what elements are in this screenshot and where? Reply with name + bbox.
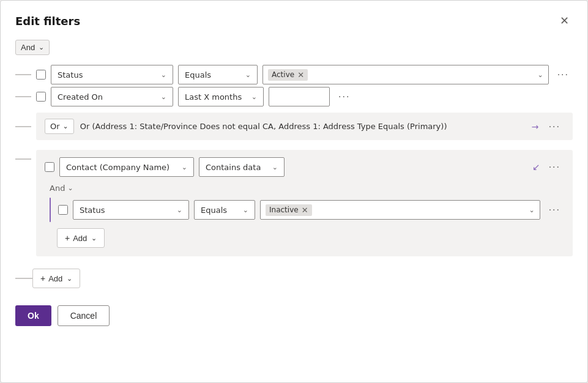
row1-more-button[interactable]: ··· bbox=[554, 67, 573, 82]
nested-and-selector[interactable]: And ⌄ bbox=[50, 184, 73, 193]
nested-operator-chevron: ⌄ bbox=[272, 163, 278, 171]
row2-value-input[interactable]: 6 bbox=[269, 87, 330, 106]
ok-button[interactable]: Ok bbox=[15, 305, 51, 326]
row2-operator-label: Last X months bbox=[185, 92, 242, 102]
nested-operator-label: Contains data bbox=[206, 163, 261, 172]
inner-field-label: Status bbox=[80, 206, 105, 215]
inner-filter-area: Status ⌄ Equals ⌄ Inactive ✕ bbox=[50, 198, 564, 222]
bottom-add-label: Add bbox=[48, 274, 62, 283]
inner-add-button[interactable]: + Add ⌄ bbox=[57, 228, 105, 248]
nested-checkbox[interactable] bbox=[45, 162, 54, 172]
nested-group: Contact (Company Name) ⌄ Contains data ⌄… bbox=[36, 150, 573, 256]
nested-group-header: Contact (Company Name) ⌄ Contains data ⌄… bbox=[45, 157, 564, 177]
filter-row-created-on: Created On ⌄ Last X months ⌄ 6 ··· bbox=[15, 87, 573, 106]
nested-field-chevron: ⌄ bbox=[182, 163, 187, 171]
row1-field-label: Status bbox=[58, 70, 83, 80]
inner-checkbox[interactable] bbox=[58, 205, 68, 215]
row1-checkbox[interactable] bbox=[36, 70, 46, 80]
row1-value-chevron: ⌄ bbox=[537, 71, 543, 79]
top-and-chevron: ⌄ bbox=[39, 43, 44, 51]
inner-operator-label: Equals bbox=[201, 206, 227, 215]
inner-operator-select[interactable]: Equals ⌄ bbox=[194, 200, 255, 220]
connector-line-2 bbox=[15, 96, 31, 97]
bottom-add-button[interactable]: + Add ⌄ bbox=[32, 269, 80, 288]
bottom-add-plus: + bbox=[40, 273, 45, 283]
purple-vert-bar bbox=[50, 198, 51, 222]
top-and-selector[interactable]: And ⌄ bbox=[15, 40, 50, 55]
nested-group-row: Contact (Company Name) ⌄ Contains data ⌄… bbox=[15, 146, 573, 260]
inner-add-label: Add bbox=[73, 234, 87, 243]
bottom-connector-line bbox=[15, 278, 32, 279]
row1-operator-select[interactable]: Equals ⌄ bbox=[178, 65, 258, 84]
filter-rows-container: Status ⌄ Equals ⌄ Active ✕ ⌄ ··· Created… bbox=[15, 65, 573, 260]
row1-value-select[interactable]: Active ✕ ⌄ bbox=[262, 65, 549, 84]
expand-icon[interactable]: ↗ bbox=[529, 121, 541, 133]
inner-value-remove[interactable]: ✕ bbox=[302, 206, 308, 215]
top-and-label: And bbox=[21, 43, 35, 52]
bottom-add-row: + Add ⌄ bbox=[15, 269, 573, 288]
inner-add-plus: + bbox=[65, 233, 70, 243]
row2-field-label: Created On bbox=[58, 92, 103, 102]
row2-operator-select[interactable]: Last X months ⌄ bbox=[178, 87, 264, 106]
or-chevron: ⌄ bbox=[63, 122, 69, 130]
row1-value-tag: Active ✕ bbox=[268, 69, 308, 81]
row1-operator-label: Equals bbox=[185, 70, 211, 80]
row1-operator-chevron: ⌄ bbox=[245, 71, 251, 79]
inner-more-button[interactable]: ··· bbox=[545, 203, 564, 217]
connector-line-1 bbox=[15, 74, 31, 75]
filter-row-status: Status ⌄ Equals ⌄ Active ✕ ⌄ ··· bbox=[15, 65, 573, 84]
or-group-more-button[interactable]: ··· bbox=[545, 119, 564, 134]
inner-rows: Status ⌄ Equals ⌄ Inactive ✕ bbox=[58, 198, 564, 222]
row2-field-chevron: ⌄ bbox=[161, 93, 166, 101]
or-connector-line bbox=[15, 126, 31, 127]
dialog-title: Edit filters bbox=[15, 15, 80, 28]
row2-field-select[interactable]: Created On ⌄ bbox=[51, 87, 173, 106]
close-button[interactable]: ✕ bbox=[556, 13, 573, 29]
row1-field-chevron: ⌄ bbox=[161, 71, 166, 79]
dialog-header: Edit filters ✕ bbox=[15, 13, 573, 29]
nested-field-select[interactable]: Contact (Company Name) ⌄ bbox=[59, 157, 194, 177]
or-selector[interactable]: Or ⌄ bbox=[45, 119, 74, 134]
row1-field-select[interactable]: Status ⌄ bbox=[51, 65, 173, 84]
inner-add-chevron: ⌄ bbox=[91, 234, 97, 242]
inner-field-chevron: ⌄ bbox=[177, 206, 182, 214]
row1-value-remove[interactable]: ✕ bbox=[297, 70, 304, 80]
or-group-row: Or ⌄ Or (Address 1: State/Province Does … bbox=[15, 109, 573, 144]
nested-and-chevron: ⌄ bbox=[67, 184, 73, 192]
nested-and-row: And ⌄ bbox=[47, 183, 564, 193]
or-label: Or bbox=[50, 122, 60, 131]
inner-field-select[interactable]: Status ⌄ bbox=[73, 200, 189, 220]
bottom-add-chevron: ⌄ bbox=[67, 275, 72, 283]
or-description: Or (Address 1: State/Province Does not e… bbox=[80, 122, 526, 131]
collapse-icon[interactable]: ↙ bbox=[532, 162, 540, 173]
nested-outer-more-button[interactable]: ··· bbox=[545, 160, 564, 174]
inner-value-tag: Inactive ✕ bbox=[266, 204, 312, 216]
edit-filters-dialog: Edit filters ✕ And ⌄ Status ⌄ Equals ⌄ A… bbox=[0, 0, 588, 383]
row2-more-button[interactable]: ··· bbox=[335, 89, 354, 104]
nested-field-label: Contact (Company Name) bbox=[66, 163, 169, 172]
row2-operator-chevron: ⌄ bbox=[251, 93, 257, 101]
dialog-footer: Ok Cancel bbox=[15, 305, 573, 326]
inner-filter-row-status: Status ⌄ Equals ⌄ Inactive ✕ bbox=[58, 198, 564, 222]
row2-checkbox[interactable] bbox=[36, 92, 46, 102]
nested-connector-line bbox=[15, 158, 31, 160]
cancel-button[interactable]: Cancel bbox=[58, 305, 110, 326]
or-group: Or ⌄ Or (Address 1: State/Province Does … bbox=[36, 113, 573, 140]
nested-operator-select[interactable]: Contains data ⌄ bbox=[199, 157, 285, 177]
inner-operator-chevron: ⌄ bbox=[243, 206, 248, 214]
inner-value-select[interactable]: Inactive ✕ ⌄ bbox=[260, 200, 540, 220]
inner-value-chevron: ⌄ bbox=[529, 206, 534, 214]
inner-add-row: + Add ⌄ bbox=[57, 228, 564, 248]
